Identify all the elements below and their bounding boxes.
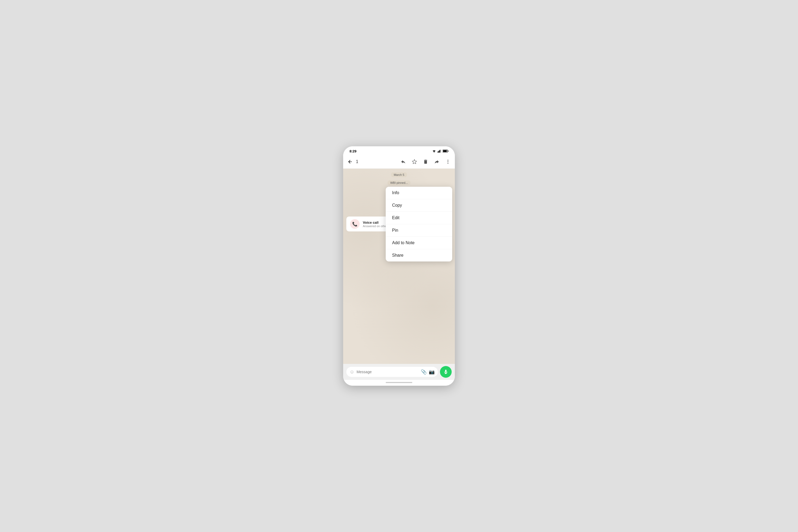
context-item-copy-label: Copy [392, 203, 402, 208]
call-icon: 📞 [350, 219, 360, 229]
context-item-info-label: Info [392, 190, 399, 195]
phone-frame: 8:29 [343, 146, 455, 386]
app-bar: 1 [343, 155, 455, 169]
home-indicator [343, 380, 455, 386]
svg-rect-6 [443, 150, 447, 152]
reply-button[interactable] [400, 158, 407, 166]
svg-rect-1 [439, 151, 439, 153]
context-menu[interactable]: Info Copy Edit Pin Add to Note Share [386, 187, 452, 262]
battery-icon [443, 150, 449, 153]
status-icons [432, 150, 449, 153]
context-menu-item-info[interactable]: Info [386, 187, 452, 199]
delete-button[interactable] [422, 158, 429, 166]
svg-rect-2 [439, 150, 440, 153]
more-button[interactable] [444, 158, 452, 166]
input-wrap: ☺ 📎 📷 [346, 367, 438, 377]
app-bar-left: 1 [346, 158, 397, 166]
svg-rect-3 [440, 150, 441, 152]
context-item-addnote-label: Add to Note [392, 241, 415, 245]
star-button[interactable] [411, 158, 418, 166]
svg-point-9 [448, 163, 448, 164]
context-item-edit-label: Edit [392, 215, 400, 220]
context-menu-item-edit[interactable]: Edit [386, 212, 452, 224]
status-bar: 8:29 [343, 146, 455, 155]
svg-point-7 [448, 159, 448, 160]
context-menu-item-pin[interactable]: Pin [386, 224, 452, 237]
app-bar-right [400, 158, 452, 166]
svg-rect-5 [448, 151, 448, 152]
emoji-icon[interactable]: ☺ [349, 369, 354, 375]
svg-point-8 [448, 161, 448, 162]
context-item-pin-label: Pin [392, 228, 398, 233]
chat-area: March 5 WBI pinned... Mo... Yest... 📞 Vo… [343, 169, 455, 364]
svg-rect-0 [438, 151, 438, 152]
date-chip-march: March 5 [391, 172, 407, 177]
selection-counter: 1 [356, 159, 358, 164]
time-display: 8:29 [349, 149, 357, 153]
signal-icon [438, 150, 441, 153]
wifi-icon [432, 150, 436, 153]
input-bar: ☺ 📎 📷 [343, 364, 455, 380]
forward-button[interactable] [433, 158, 440, 166]
context-item-share-label: Share [392, 253, 403, 258]
home-bar [386, 382, 412, 383]
mic-icon [443, 369, 449, 375]
svg-rect-12 [445, 370, 446, 373]
camera-icon[interactable]: 📷 [429, 369, 435, 375]
mic-button[interactable] [440, 366, 452, 378]
context-menu-item-addnote[interactable]: Add to Note [386, 237, 452, 249]
message-input[interactable] [357, 370, 419, 374]
back-button[interactable] [346, 158, 354, 166]
attach-icon[interactable]: 📎 [421, 369, 427, 375]
context-menu-item-share[interactable]: Share [386, 249, 452, 262]
context-menu-item-copy[interactable]: Copy [386, 199, 452, 212]
pinned-message-chip: WBI pinned... [387, 180, 411, 185]
